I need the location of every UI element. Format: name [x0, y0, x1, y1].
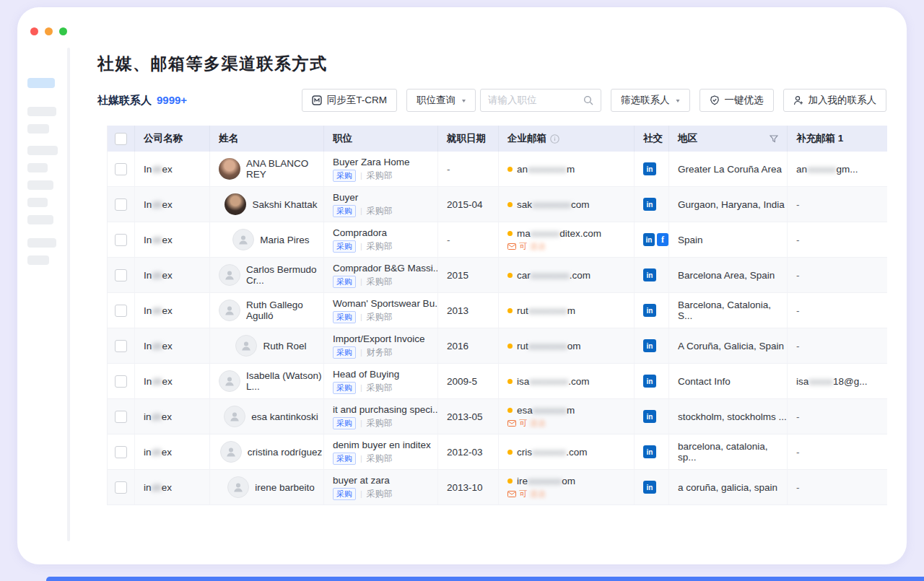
company-email[interactable]: rutxxxxxxxxom: [507, 341, 634, 351]
company-email[interactable]: isaxxxxxxxx.com: [507, 376, 634, 387]
linkedin-icon[interactable]: in: [643, 481, 656, 494]
extra-email[interactable]: isaxxxxx18@g...: [796, 376, 886, 387]
company-email[interactable]: anxxxxxxxxm: [507, 164, 634, 175]
info-icon[interactable]: [550, 134, 559, 144]
department-label: 采购部: [367, 417, 393, 429]
table-row[interactable]: inditexesa kantinkoskiit and purchasing …: [108, 399, 887, 434]
position-query-dropdown[interactable]: 职位查询 ▾: [406, 89, 476, 112]
table-row[interactable]: inditexirene barbeitobuyer at zara采购|采购部…: [108, 470, 887, 505]
contact-name: Ruth Gallego Agulló: [246, 300, 323, 321]
envelope-icon: [507, 420, 516, 427]
region: Barcelona Area, Spain: [678, 270, 787, 281]
linkedin-icon[interactable]: in: [643, 162, 656, 175]
row-checkbox[interactable]: [115, 305, 127, 317]
email-deliverable-tag: 可送达: [507, 241, 634, 252]
table-row[interactable]: inditexcristina rodríguezdenim buyer en …: [108, 434, 887, 470]
linkedin-icon[interactable]: in: [643, 445, 656, 458]
company-name: Inditex: [144, 199, 209, 210]
linkedin-icon[interactable]: in: [643, 304, 656, 317]
row-checkbox[interactable]: [115, 340, 127, 352]
text-visible: rut: [517, 305, 528, 316]
social-cell: in: [635, 364, 669, 398]
role-tag: 采购: [333, 311, 356, 323]
region-cell: barcelona, catalonia, sp...: [669, 434, 788, 469]
search-placeholder: 请输入职位: [488, 94, 537, 107]
table-row[interactable]: InditexANA BLANCO REYBuyer Zara Home采购|采…: [108, 152, 887, 187]
region-cell: Gurgaon, Haryana, India: [669, 187, 788, 222]
linkedin-icon[interactable]: in: [643, 233, 655, 246]
table-row[interactable]: InditexIsabella (Watson) L...Head of Buy…: [108, 364, 887, 399]
table-row[interactable]: InditexSakshi KhattakBuyer采购|采购部2015-04s…: [108, 187, 887, 222]
avatar-placeholder-icon: [219, 300, 240, 321]
text-visible: om: [562, 476, 575, 486]
region-cell: Spain: [669, 222, 788, 257]
linkedin-icon[interactable]: in: [643, 339, 656, 352]
linkedin-icon[interactable]: in: [643, 268, 656, 281]
text-visible: om: [567, 341, 581, 351]
close-window-icon[interactable]: [30, 27, 38, 35]
facebook-icon[interactable]: f: [657, 233, 668, 246]
filter-funnel-icon[interactable]: [770, 135, 778, 143]
sync-to-tcrm-button[interactable]: 同步至T-CRM: [302, 89, 397, 112]
table-body: InditexANA BLANCO REYBuyer Zara Home采购|采…: [108, 152, 887, 505]
chevron-down-icon: ▾: [462, 97, 466, 104]
contact-name: Maria Pires: [260, 235, 309, 245]
email-status-dot: [507, 344, 513, 349]
company-email[interactable]: crisxxxxxxx.com: [507, 447, 634, 458]
linkedin-icon[interactable]: in: [643, 375, 656, 388]
row-checkbox[interactable]: [115, 375, 127, 388]
company-name: Inditex: [144, 305, 209, 316]
text-visible: ex: [162, 411, 172, 422]
add-to-my-contacts-button[interactable]: 加入我的联系人: [783, 89, 887, 112]
position-cell: it and purchasing speci...采购|采购部: [324, 399, 438, 434]
table-row[interactable]: InditexRuth Gallego AgullóWoman' Sportsw…: [108, 293, 887, 328]
select-all-checkbox[interactable]: [115, 133, 127, 145]
search-icon[interactable]: [583, 95, 593, 105]
social-cell: in: [635, 187, 669, 222]
linkedin-icon[interactable]: in: [643, 410, 656, 423]
start-date-cell: 2013: [438, 293, 499, 328]
avatar-placeholder-icon: [219, 264, 240, 286]
extra-email-cell: -: [788, 328, 886, 363]
department-label: 采购部: [367, 382, 393, 394]
position-search-input[interactable]: 请输入职位: [480, 89, 601, 112]
row-checkbox[interactable]: [115, 198, 127, 211]
tag-divider: |: [360, 419, 362, 427]
contact-name: Isabella (Watson) L...: [246, 370, 323, 392]
region-cell: stockholm, stockholms ...: [669, 399, 788, 434]
maximize-window-icon[interactable]: [59, 27, 67, 35]
text-visible: ditex.com: [559, 228, 601, 239]
sidebar-skeleton-item-active[interactable]: [27, 78, 55, 88]
table-row[interactable]: InditexMaria PiresCompradora采购|采购部-maxxx…: [108, 222, 887, 258]
company-email[interactable]: maxxxxxxditex.com: [507, 228, 634, 239]
row-checkbox[interactable]: [115, 234, 127, 246]
table-row[interactable]: InditexCarlos Bermudo Cr...Comprador B&G…: [108, 258, 887, 293]
department-label: 采购部: [367, 488, 393, 500]
table-row[interactable]: InditexRuth RoelImport/Export Invoice采购|…: [108, 328, 887, 364]
row-checkbox[interactable]: [115, 163, 127, 175]
email-status-dot: [507, 273, 513, 278]
one-click-optimize-button[interactable]: 一键优选: [699, 89, 774, 112]
browser-window: 社媒、邮箱等多渠道联系方式 社媒联系人 9999+ 同步至T-CRM 职位查询 …: [17, 7, 907, 564]
position-cell: Head of Buying采购|采购部: [324, 364, 438, 398]
region-cell: Barcelona Area, Spain: [669, 258, 788, 292]
linkedin-icon[interactable]: in: [643, 198, 656, 211]
row-checkbox[interactable]: [115, 269, 127, 281]
row-checkbox[interactable]: [115, 446, 127, 458]
department-label: 采购部: [367, 170, 393, 182]
region-cell: Barcelona, Catalonia, S...: [669, 293, 788, 328]
row-checkbox[interactable]: [115, 481, 127, 494]
minimize-window-icon[interactable]: [45, 27, 53, 35]
company-email[interactable]: irexxxxxxxom: [507, 476, 634, 486]
email-status-dot: [507, 202, 513, 207]
company-email[interactable]: rutxxxxxxxxm: [507, 305, 634, 316]
row-checkbox[interactable]: [115, 411, 127, 423]
col-header-company: 公司名称: [135, 126, 210, 152]
extra-email[interactable]: anxxxxxxgm...: [796, 164, 886, 175]
text-visible: 18@g...: [833, 376, 867, 387]
company-email[interactable]: esaxxxxxxxm: [507, 405, 634, 416]
company-email[interactable]: carxxxxxxxx.com: [507, 270, 634, 281]
company-email[interactable]: sakxxxxxxxxcom: [507, 199, 634, 210]
position-tags: 采购|采购部: [333, 382, 437, 394]
filter-contacts-dropdown[interactable]: 筛选联系人 ▾: [611, 89, 690, 112]
